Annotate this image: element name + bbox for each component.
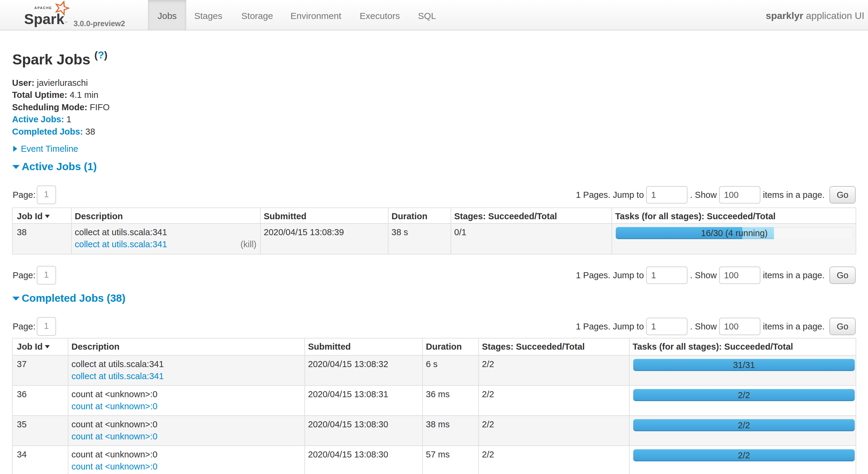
svg-text:TM: TM: [64, 21, 67, 23]
svg-text:APACHE: APACHE: [34, 6, 52, 10]
svg-text:Spark: Spark: [24, 11, 64, 27]
